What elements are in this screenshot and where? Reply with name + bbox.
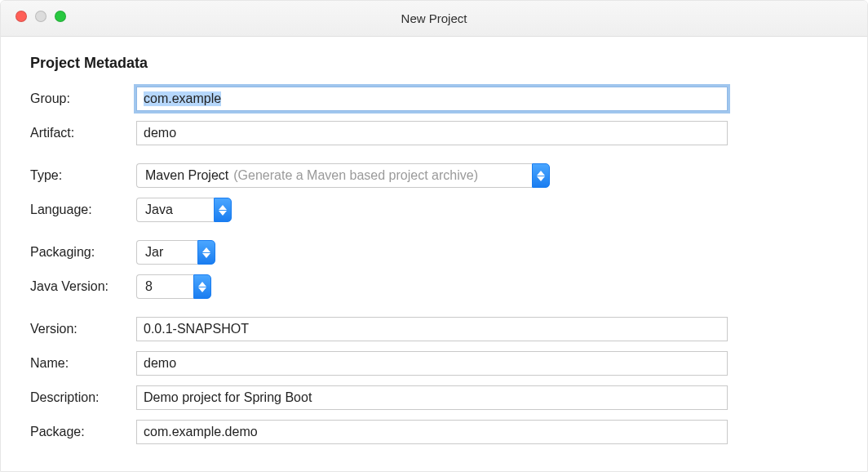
type-select-hint: (Generate a Maven based project archive) [233,168,478,183]
package-input[interactable] [136,420,728,444]
zoom-window-button[interactable] [55,11,66,22]
section-title: Project Metadata [30,55,838,72]
packaging-select-button[interactable] [197,240,215,265]
chevron-down-icon [537,176,545,181]
type-select-body: Maven Project (Generate a Maven based pr… [136,163,532,188]
chevron-up-icon [219,205,227,210]
packaging-select-body: Jar [136,240,197,265]
label-type: Type: [30,168,136,183]
chevron-up-icon [537,171,545,176]
row-version: Version: [30,317,838,341]
java-version-select-value: 8 [145,279,153,294]
version-input[interactable] [136,317,728,341]
row-package: Package: [30,420,838,444]
packaging-select[interactable]: Jar [136,240,215,265]
row-group: Group: com.example [30,87,838,111]
label-version: Version: [30,322,136,336]
row-description: Description: [30,385,838,410]
packaging-select-value: Jar [145,245,163,260]
chevron-up-icon [198,282,206,287]
name-input[interactable] [136,351,728,376]
description-input[interactable] [136,385,728,410]
chevron-down-icon [219,211,227,216]
label-packaging: Packaging: [30,245,136,260]
row-name: Name: [30,351,838,376]
label-name: Name: [30,356,136,371]
row-type: Type: Maven Project (Generate a Maven ba… [30,163,838,188]
java-version-select-body: 8 [136,274,193,299]
chevron-down-icon [202,253,210,258]
row-language: Language: Java [30,198,838,222]
row-packaging: Packaging: Jar [30,240,838,265]
close-window-button[interactable] [16,11,27,22]
label-package: Package: [30,425,136,439]
label-description: Description: [30,390,136,405]
group-input-value: com.example [144,91,221,106]
form-content: Project Metadata Group: com.example Arti… [1,37,867,472]
group-input[interactable]: com.example [136,87,728,111]
type-select[interactable]: Maven Project (Generate a Maven based pr… [136,163,550,188]
type-select-button[interactable] [532,163,550,188]
java-version-select[interactable]: 8 [136,274,211,299]
label-java-version: Java Version: [30,279,136,294]
language-select-body: Java [136,198,214,222]
titlebar[interactable]: New Project [1,1,867,37]
label-group: Group: [30,91,136,106]
chevron-down-icon [198,287,206,292]
window-title: New Project [401,11,467,25]
language-select-value: Java [145,203,173,217]
artifact-input[interactable] [136,121,728,145]
language-select[interactable]: Java [136,198,232,222]
row-artifact: Artifact: [30,121,838,145]
row-java-version: Java Version: 8 [30,274,838,299]
label-language: Language: [30,203,136,217]
window-controls [16,11,66,22]
type-select-value: Maven Project [145,168,228,183]
label-artifact: Artifact: [30,126,136,140]
java-version-select-button[interactable] [193,274,211,299]
language-select-button[interactable] [214,198,232,222]
chevron-up-icon [202,247,210,252]
minimize-window-button[interactable] [35,11,46,22]
new-project-window: New Project Project Metadata Group: com.… [0,0,868,472]
